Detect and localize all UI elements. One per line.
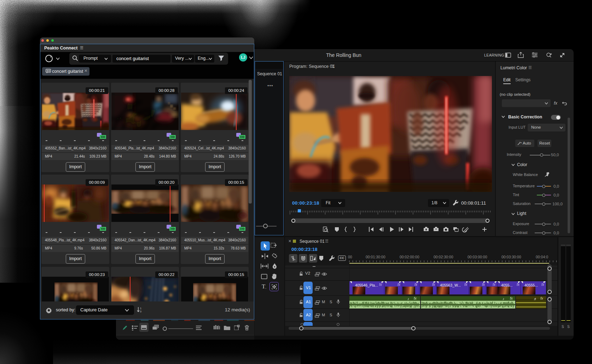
svg-text:0: 0: [140, 310, 141, 313]
svg-text:1: 1: [140, 307, 141, 310]
